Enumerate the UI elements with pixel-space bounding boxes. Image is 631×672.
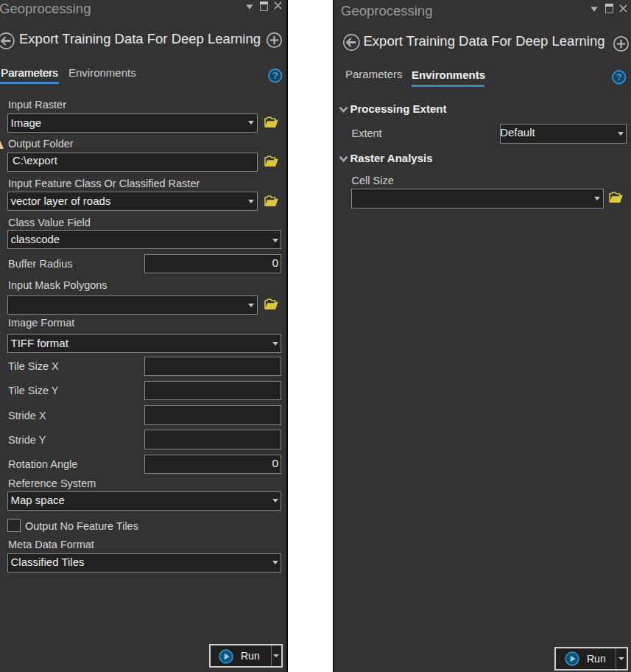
svg-text:?: ? bbox=[272, 70, 278, 81]
svg-text:?: ? bbox=[616, 71, 622, 83]
